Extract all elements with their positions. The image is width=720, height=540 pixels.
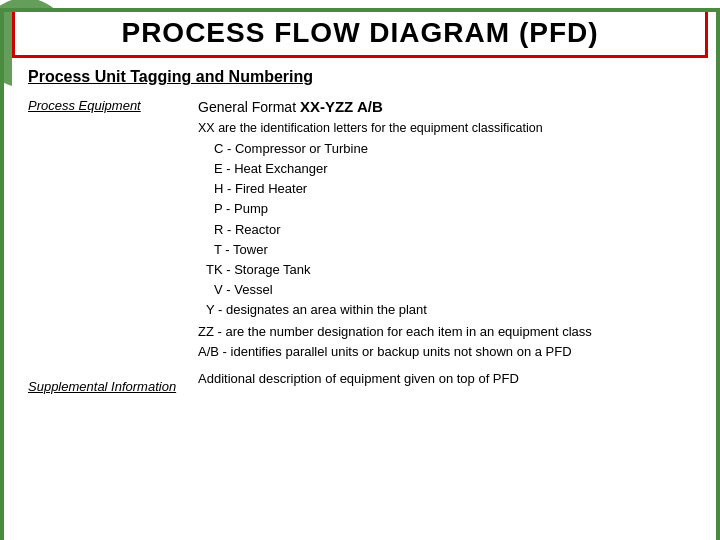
bottom-right: Additional description of equipment give… xyxy=(198,371,692,394)
item-sep-e: - xyxy=(223,161,235,176)
item-code-e: E xyxy=(214,161,223,176)
general-format-line: General Format XX-YZZ A/B xyxy=(198,98,692,115)
list-item-e: E - Heat Exchanger xyxy=(214,159,692,179)
xx-description: XX are the identification letters for th… xyxy=(198,121,692,135)
supplemental-label: Supplemental Information xyxy=(28,379,178,394)
section-heading: Process Unit Tagging and Numbering xyxy=(28,68,692,86)
item-sep-h: - xyxy=(223,181,235,196)
list-item-c: C - Compressor or Turbine xyxy=(214,139,692,159)
list-item-tk: TK - Storage Tank xyxy=(206,260,692,280)
item-sep-r: - xyxy=(223,222,235,237)
right-column: General Format XX-YZZ A/B XX are the ide… xyxy=(198,98,692,363)
ab-desc: identifies parallel units or backup unit… xyxy=(231,344,572,359)
ab-sep: - xyxy=(219,344,231,359)
bottom-left: Supplemental Information xyxy=(28,371,178,394)
format-text: XX-YZZ A/B xyxy=(300,98,383,115)
ab-line: A/B - identifies parallel units or backu… xyxy=(198,342,692,362)
item-desc-v: Vessel xyxy=(234,282,272,297)
item-sep-c: - xyxy=(223,141,235,156)
page-title: PROCESS FLOW DIAGRAM (PFD) xyxy=(35,17,685,49)
item-code-r: R xyxy=(214,222,223,237)
main-content: Process Unit Tagging and Numbering Proce… xyxy=(12,58,708,402)
list-item-h: H - Fired Heater xyxy=(214,179,692,199)
ab-code: A/B xyxy=(198,344,219,359)
item-sep-tk: - xyxy=(223,262,235,277)
item-sep-p: - xyxy=(222,201,234,216)
process-equipment-label: Process Equipment xyxy=(28,98,178,113)
list-item-y: Y - designates an area within the plant xyxy=(206,300,692,320)
item-code-c: C xyxy=(214,141,223,156)
item-code-v: V xyxy=(214,282,223,297)
zz-line: ZZ - are the number designation for each… xyxy=(198,322,692,342)
item-desc-t: Tower xyxy=(233,242,268,257)
list-item-t: T - Tower xyxy=(214,240,692,260)
item-desc-h: Fired Heater xyxy=(235,181,307,196)
equipment-list: C - Compressor or Turbine E - Heat Excha… xyxy=(206,139,692,320)
zz-desc: are the number designation for each item… xyxy=(225,324,591,339)
item-desc-y: designates an area within the plant xyxy=(226,302,427,317)
content-grid: Process Equipment General Format XX-YZZ … xyxy=(28,98,692,363)
title-banner: PROCESS FLOW DIAGRAM (PFD) xyxy=(12,8,708,58)
supplemental-description: Additional description of equipment give… xyxy=(198,371,692,386)
item-desc-e: Heat Exchanger xyxy=(234,161,327,176)
general-format-prefix: General Format xyxy=(198,99,300,115)
item-code-t: T xyxy=(214,242,222,257)
item-code-tk: TK xyxy=(206,262,223,277)
item-desc-c: Compressor or Turbine xyxy=(235,141,368,156)
zz-sep: - xyxy=(214,324,226,339)
item-desc-r: Reactor xyxy=(235,222,281,237)
item-desc-tk: Storage Tank xyxy=(234,262,310,277)
list-item-v: V - Vessel xyxy=(214,280,692,300)
item-sep-v: - xyxy=(223,282,235,297)
zz-code: ZZ xyxy=(198,324,214,339)
list-item-r: R - Reactor xyxy=(214,220,692,240)
item-sep-t: - xyxy=(222,242,233,257)
left-column: Process Equipment xyxy=(28,98,178,363)
list-item-p: P - Pump xyxy=(214,199,692,219)
item-desc-p: Pump xyxy=(234,201,268,216)
page-wrapper: PROCESS FLOW DIAGRAM (PFD) Process Unit … xyxy=(0,8,720,540)
item-code-h: H xyxy=(214,181,223,196)
bottom-row: Supplemental Information Additional desc… xyxy=(28,371,692,394)
item-sep-y: - xyxy=(214,302,226,317)
